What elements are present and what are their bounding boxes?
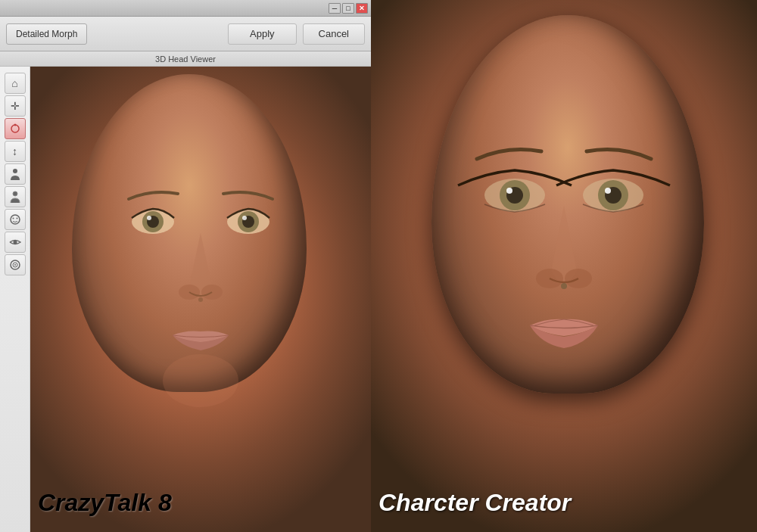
svg-point-14 — [147, 216, 151, 220]
face-features-left — [30, 67, 371, 532]
person2-tool-button[interactable] — [5, 186, 26, 207]
minimize-button[interactable]: ─ — [329, 3, 341, 14]
head-viewer-area: CrazyTalk 8 — [30, 67, 371, 532]
svg-point-7 — [13, 241, 17, 244]
svg-point-21 — [198, 297, 203, 302]
detailed-morph-button[interactable]: Detailed Morph — [6, 23, 87, 45]
crazytalk-label: CrazyTalk 8 — [38, 489, 172, 517]
cancel-button[interactable]: Cancel — [303, 23, 365, 45]
face-features-right — [371, 0, 757, 532]
apply-button[interactable]: Apply — [228, 23, 297, 45]
move-tool-button[interactable]: ✛ — [5, 95, 26, 117]
eye-tool-button[interactable] — [5, 232, 26, 253]
home-tool-button[interactable]: ⌂ — [5, 73, 26, 94]
svg-point-1 — [14, 124, 16, 126]
viewer-label: 3D Head Viewer — [0, 51, 371, 67]
person1-tool-button[interactable] — [5, 163, 26, 185]
svg-point-22 — [163, 354, 238, 407]
svg-point-33 — [561, 283, 567, 289]
svg-point-10 — [14, 264, 16, 266]
maximize-button[interactable]: □ — [342, 3, 354, 14]
scale-tool-button[interactable]: ↕ — [5, 141, 26, 162]
face-tool-button[interactable] — [5, 209, 26, 230]
rotate-tool-button[interactable] — [5, 118, 26, 139]
tools-sidebar: ⌂ ✛ ↕ — [0, 67, 30, 532]
svg-point-6 — [16, 218, 17, 219]
svg-point-5 — [12, 218, 14, 219]
svg-point-4 — [11, 215, 20, 224]
character-creator-label: Charcter Creator — [378, 489, 571, 517]
svg-point-2 — [13, 169, 17, 173]
svg-point-26 — [506, 188, 512, 194]
crazytalk-window: ─ □ ✕ Detailed Morph Apply Cancel 3D Hea… — [0, 0, 371, 532]
target-tool-button[interactable] — [5, 254, 26, 275]
window-controls: ─ □ ✕ — [329, 3, 368, 14]
svg-point-18 — [242, 216, 247, 220]
close-button[interactable]: ✕ — [356, 3, 368, 14]
window-toolbar: Detailed Morph Apply Cancel — [0, 17, 371, 51]
svg-point-3 — [13, 191, 17, 196]
window-title-bar: ─ □ ✕ — [0, 0, 371, 17]
character-creator-panel: Charcter Creator — [371, 0, 757, 532]
svg-point-30 — [605, 188, 611, 194]
